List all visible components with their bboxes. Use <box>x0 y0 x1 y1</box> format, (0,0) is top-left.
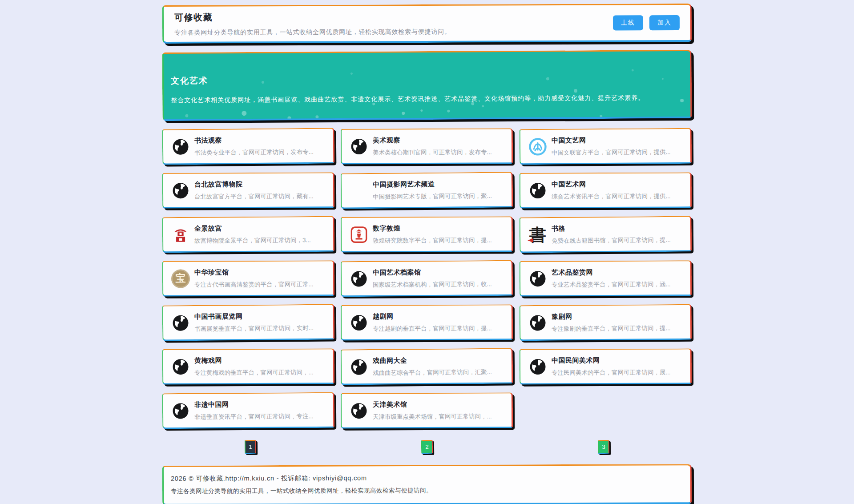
site-card-title: 天津美术馆 <box>373 400 492 409</box>
site-card[interactable]: 美术观察美术类核心期刊官网，可正常访问，发布专... <box>341 128 513 164</box>
globe-icon <box>171 357 190 376</box>
site-card-text: 中国摄影网艺术频道中国摄影网艺术专版，官网可正常访问，聚... <box>373 179 492 201</box>
banner-dot <box>315 115 318 118</box>
site-card[interactable]: 宝中华珍宝馆专注古代书画高清鉴赏的平台，官网可正常... <box>162 260 335 296</box>
site-card[interactable]: 书法观察书法类专业平台，官网可正常访问，发布专... <box>162 128 335 165</box>
site-card[interactable]: 中国摄影网艺术频道中国摄影网艺术专版，官网可正常访问，聚... <box>341 172 513 209</box>
site-card-text: 艺术品鉴赏网专业艺术品鉴赏平台，官网可正常访问，涵... <box>552 268 671 289</box>
page-button-1[interactable]: 1 <box>245 440 256 454</box>
globe-icon <box>528 269 547 288</box>
globe-icon <box>171 137 190 156</box>
site-card-desc: 书法类专业平台，官网可正常访问，发布专... <box>194 148 314 157</box>
site-card-text: 美术观察美术类核心期刊官网，可正常访问，发布专... <box>373 136 492 157</box>
site-card[interactable]: 中国艺术网综合艺术资讯平台，官网可正常访问，提供... <box>520 172 692 208</box>
site-card-title: 台北故宫博物院 <box>194 180 314 189</box>
site-header: 可修收藏 专注各类网址分类导航的实用工具，一站式收纳全网优质网址，轻松实现高效检… <box>162 4 692 44</box>
site-card[interactable]: 全景故宫故宫博物院全景平台，官网可正常访问，3... <box>162 216 335 253</box>
site-card[interactable]: 数字敦煌敦煌研究院数字平台，官网可正常访问，提... <box>341 216 513 253</box>
site-card-desc: 书画展览垂直平台，官网可正常访问，实时... <box>194 324 314 333</box>
footer-tagline: 专注各类网址分类导航的实用工具，一站式收纳全网优质网址，轻松实现高效检索与便捷访… <box>171 486 683 496</box>
globe-icon <box>171 401 190 420</box>
dunhuang-seal-icon <box>350 225 368 244</box>
site-card[interactable]: 黄梅戏网专注黄梅戏的垂直平台，官网可正常访问，... <box>162 348 335 385</box>
site-card-desc: 专注民间美术的平台，官网可正常访问，展... <box>552 368 671 377</box>
banner-dot <box>287 117 291 120</box>
globe-icon <box>350 313 368 332</box>
site-card[interactable]: 艺术品鉴赏网专业艺术品鉴赏平台，官网可正常访问，涵... <box>519 260 692 297</box>
site-card-desc: 戏曲曲艺综合平台，官网可正常访问，汇聚... <box>373 368 492 377</box>
page-container: 可修收藏 专注各类网址分类导航的实用工具，一站式收纳全网优质网址，轻松实现高效检… <box>162 0 692 504</box>
site-card[interactable]: 中国书画展览网书画展览垂直平台，官网可正常访问，实时... <box>162 304 335 341</box>
site-card-title: 中国艺术档案馆 <box>373 268 492 277</box>
site-card-text: 中国书画展览网书画展览垂直平台，官网可正常访问，实时... <box>194 311 314 333</box>
site-card-title: 艺术品鉴赏网 <box>552 268 671 277</box>
site-card-text: 数字敦煌敦煌研究院数字平台，官网可正常访问，提... <box>373 224 492 245</box>
banner-dot <box>402 112 405 115</box>
treasure-seal-icon: 宝 <box>171 269 190 288</box>
site-footer: 2026 © 可修收藏.http://m.kxiu.cn - 投诉邮箱: vip… <box>162 464 692 504</box>
site-card-desc: 非遗垂直资讯平台，官网可正常访问，专注... <box>194 412 314 421</box>
site-card-text: 台北故宫博物院台北故宫官方平台，官网可正常访问，藏有... <box>194 180 314 201</box>
category-description: 整合文化艺术相关优质网址，涵盖书画展览、戏曲曲艺欣赏、非遗文化展示、艺术资讯推送… <box>171 94 683 105</box>
site-card-title: 中国艺术网 <box>552 180 671 189</box>
site-card[interactable]: 中国文艺网中国文联官方平台，官网可正常访问，提供... <box>519 128 692 165</box>
globe-icon <box>350 401 368 420</box>
join-button[interactable]: 加入 <box>649 15 680 30</box>
globe-icon <box>350 137 368 156</box>
site-card[interactable]: 戏曲网大全戏曲曲艺综合平台，官网可正常访问，汇聚... <box>341 348 513 385</box>
site-card[interactable]: 豫剧网专注豫剧的垂直平台，官网可正常访问，提... <box>519 304 692 341</box>
site-card-desc: 专注古代书画高清鉴赏的平台，官网可正常... <box>194 280 314 289</box>
site-card[interactable]: 書书格免费在线古籍图书馆，官网可正常访问，提... <box>519 216 692 253</box>
site-card-title: 数字敦煌 <box>373 224 492 233</box>
site-card-grid: 书法观察书法类专业平台，官网可正常访问，发布专... 美术观察美术类核心期刊官网… <box>162 129 692 428</box>
globe-icon <box>528 313 547 332</box>
site-card-text: 中国文艺网中国文联官方平台，官网可正常访问，提供... <box>552 136 671 157</box>
site-header-text: 可修收藏 专注各类网址分类导航的实用工具，一站式收纳全网优质网址，轻松实现高效检… <box>174 11 451 37</box>
site-card-title: 豫剧网 <box>552 312 671 321</box>
site-card-desc: 专业艺术品鉴赏平台，官网可正常访问，涵... <box>552 280 671 289</box>
globe-icon <box>171 181 190 200</box>
category-banner: 文化艺术 整合文化艺术相关优质网址，涵盖书画展览、戏曲曲艺欣赏、非遗文化展示、艺… <box>162 50 692 121</box>
site-card-desc: 专注黄梅戏的垂直平台，官网可正常访问，... <box>194 368 314 377</box>
site-card-desc: 免费在线古籍图书馆，官网可正常访问，提... <box>552 236 671 245</box>
site-card-desc: 台北故宫官方平台，官网可正常访问，藏有... <box>194 192 314 201</box>
site-card[interactable]: 台北故宫博物院台北故宫官方平台，官网可正常访问，藏有... <box>162 172 335 209</box>
site-title: 可修收藏 <box>174 11 451 24</box>
site-card-desc: 美术类核心期刊官网，可正常访问，发布专... <box>373 148 492 157</box>
site-card-title: 非遗中国网 <box>194 400 314 409</box>
page-button-3[interactable]: 3 <box>597 440 609 454</box>
pagination: 123 <box>162 440 692 454</box>
site-card-text: 豫剧网专注豫剧的垂直平台，官网可正常访问，提... <box>552 312 671 333</box>
site-card-title: 书格 <box>551 223 670 233</box>
site-card-title: 美术观察 <box>373 136 492 145</box>
site-card-text: 中国民间美术网专注民间美术的平台，官网可正常访问，展... <box>552 356 671 377</box>
page-button-2[interactable]: 2 <box>421 440 433 454</box>
site-card-desc: 天津市级重点美术场馆，官网可正常访问，... <box>373 412 492 421</box>
site-card-desc: 中国文联官方平台，官网可正常访问，提供... <box>552 148 671 157</box>
banner-dot <box>185 114 188 117</box>
online-button[interactable]: 上线 <box>613 15 643 30</box>
site-card[interactable]: 越剧网专注越剧的垂直平台，官网可正常访问，提... <box>341 304 513 340</box>
site-card-desc: 中国摄影网艺术专版，官网可正常访问，聚... <box>373 192 492 201</box>
site-card-desc: 专注豫剧的垂直平台，官网可正常访问，提... <box>552 324 671 333</box>
site-card[interactable]: 中国艺术档案馆国家级艺术档案机构，官网可正常访问，收... <box>341 260 513 297</box>
site-card-text: 中国艺术档案馆国家级艺术档案机构，官网可正常访问，收... <box>373 268 492 289</box>
site-card-text: 书法观察书法类专业平台，官网可正常访问，发布专... <box>194 135 314 157</box>
site-card[interactable]: 天津美术馆天津市级重点美术场馆，官网可正常访问，... <box>341 392 513 429</box>
globe-icon <box>528 181 547 200</box>
site-card-title: 中国文艺网 <box>552 136 671 145</box>
site-card-text: 全景故宫故宫博物院全景平台，官网可正常访问，3... <box>194 224 311 245</box>
header-actions: 上线 加入 <box>613 15 680 31</box>
blue-ring-logo-icon <box>528 137 547 156</box>
site-card[interactable]: 中国民间美术网专注民间美术的平台，官网可正常访问，展... <box>520 348 692 384</box>
site-card-title: 中国书画展览网 <box>194 311 314 321</box>
globe-icon <box>528 357 547 376</box>
banner-dot <box>242 111 246 116</box>
banner-dot <box>482 105 484 107</box>
site-card-text: 中华珍宝馆专注古代书画高清鉴赏的平台，官网可正常... <box>194 268 314 289</box>
site-card-text: 非遗中国网非遗垂直资讯平台，官网可正常访问，专注... <box>194 400 314 421</box>
site-card-desc: 敦煌研究院数字平台，官网可正常访问，提... <box>373 236 492 245</box>
empty-icon-placeholder <box>350 181 368 200</box>
site-card-text: 中国艺术网综合艺术资讯平台，官网可正常访问，提供... <box>552 180 671 201</box>
site-card[interactable]: 非遗中国网非遗垂直资讯平台，官网可正常访问，专注... <box>162 392 335 429</box>
